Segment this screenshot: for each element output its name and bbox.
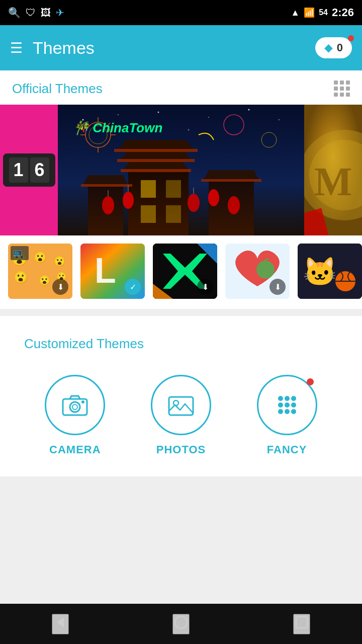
svg-rect-24	[117, 159, 195, 162]
svg-point-3	[158, 112, 159, 113]
svg-point-73	[70, 402, 80, 412]
signal-icon: 📶	[304, 7, 315, 18]
svg-rect-89	[296, 617, 307, 628]
svg-point-38	[188, 194, 200, 212]
svg-point-84	[278, 409, 283, 414]
official-themes-header: Official Themes	[0, 70, 362, 105]
fancy-icon	[274, 392, 300, 418]
svg-text:📺: 📺	[13, 248, 22, 257]
svg-rect-25	[114, 149, 198, 152]
photos-theme-button[interactable]: PHOTOS	[151, 375, 211, 456]
svg-text:😮: 😮	[13, 270, 28, 284]
fancy-theme-button[interactable]: FANCY	[257, 375, 317, 456]
customized-themes-header: Customized Themes	[12, 326, 350, 360]
colorful-theme-check-badge: ✓	[125, 279, 141, 295]
svg-text:😮: 😮	[38, 274, 51, 286]
svg-point-39	[208, 189, 219, 206]
main-content: Official Themes 1 6	[0, 70, 362, 524]
svg-point-79	[285, 396, 290, 401]
status-bar: 🔍 🛡 🖼 ✈ ▲ 📶 54 2:26	[0, 0, 362, 25]
featured-banner[interactable]: 1 6	[0, 105, 362, 235]
theme-thumbnail-neon[interactable]: ⬇	[153, 244, 217, 299]
trump-theme-download-badge: ⬇	[52, 279, 68, 295]
svg-point-5	[248, 109, 250, 111]
fancy-label: FANCY	[267, 443, 307, 456]
svg-rect-23	[121, 169, 191, 172]
home-button[interactable]	[172, 614, 190, 634]
theme-thumbnails-row: 😮 😮 😮 😮 😮 😮 📺 ⬇	[0, 235, 362, 299]
svg-rect-29	[166, 205, 181, 223]
svg-rect-35	[201, 179, 261, 182]
svg-point-6	[279, 119, 280, 120]
notification-dot	[348, 35, 354, 41]
camera-icon	[62, 394, 88, 416]
svg-point-85	[285, 409, 290, 414]
customized-themes-section: Customized Themes CAMERA	[0, 316, 362, 476]
svg-point-66	[256, 261, 275, 279]
neon-theme-download-badge: ⬇	[197, 279, 213, 295]
svg-rect-28	[141, 205, 156, 223]
svg-rect-26	[141, 180, 156, 198]
official-themes-title: Official Themes	[12, 81, 103, 97]
theme-thumbnail-heart[interactable]: ⬇	[225, 244, 290, 299]
back-button[interactable]	[52, 614, 69, 634]
app-bar: ☰ Themes ◆ 0	[0, 25, 362, 70]
svg-text:🐱: 🐱	[303, 256, 337, 288]
theme-thumbnail-trump[interactable]: 😮 😮 😮 😮 😮 😮 📺 ⬇	[8, 244, 72, 299]
svg-rect-19	[128, 170, 189, 235]
flip-clock-display: 1 6	[3, 153, 55, 187]
camera-label: CAMERA	[49, 443, 101, 456]
app-title: Themes	[33, 38, 95, 58]
theme-thumbnail-colorful[interactable]: L ✓	[80, 244, 145, 299]
svg-marker-31	[83, 175, 128, 185]
svg-point-75	[81, 400, 84, 404]
theme-thumbnail-pixel[interactable]: 🐱	[298, 244, 362, 299]
fancy-notification-dot	[307, 378, 314, 385]
svg-marker-34	[204, 170, 259, 180]
svg-rect-32	[81, 184, 132, 187]
recents-icon	[294, 615, 309, 630]
svg-text:🎋 ChinaTown: 🎋 ChinaTown	[72, 120, 162, 136]
hamburger-menu-button[interactable]: ☰	[10, 40, 23, 56]
back-icon	[53, 615, 68, 630]
recents-button[interactable]	[293, 614, 310, 634]
svg-point-88	[175, 616, 187, 628]
svg-point-77	[173, 400, 178, 406]
svg-point-86	[291, 409, 296, 414]
customized-themes-title: Customized Themes	[24, 336, 144, 352]
camera-icon-circle	[45, 375, 105, 435]
image-status-icon: 🖼	[41, 7, 51, 19]
coin-theme[interactable]: M	[304, 105, 362, 235]
svg-point-36	[102, 196, 114, 214]
flip-digit-1: 1	[9, 157, 28, 183]
svg-point-81	[278, 403, 283, 408]
chinatown-svg: 🎋 ChinaTown	[58, 105, 304, 235]
svg-text:😮: 😮	[33, 251, 47, 264]
photos-icon	[168, 394, 194, 416]
flip-clock-theme[interactable]: 1 6	[0, 105, 58, 235]
status-bar-left: 🔍 🛡 🖼 ✈	[8, 7, 64, 19]
photos-icon-circle	[151, 375, 211, 435]
custom-icons-row: CAMERA PHOTOS	[12, 375, 350, 456]
shield-icon: 🛡	[26, 7, 36, 19]
svg-point-74	[72, 405, 77, 410]
chinatown-banner-image: 🎋 ChinaTown	[58, 105, 304, 235]
bottom-navigation	[0, 604, 362, 644]
svg-point-80	[291, 396, 296, 401]
flip-digit-2: 6	[30, 157, 49, 183]
gems-badge[interactable]: ◆ 0	[315, 37, 352, 58]
send-icon: ✈	[56, 7, 64, 19]
battery-level: 54	[319, 8, 328, 17]
svg-point-78	[278, 396, 283, 401]
photos-label: PHOTOS	[156, 443, 206, 456]
svg-point-82	[285, 403, 290, 408]
app-bar-left: ☰ Themes	[10, 38, 95, 58]
camera-theme-button[interactable]: CAMERA	[45, 375, 105, 456]
svg-point-40	[228, 196, 240, 214]
chinatown-banner[interactable]: 🎋 ChinaTown	[58, 105, 304, 235]
svg-text:L: L	[95, 251, 116, 290]
svg-point-8	[188, 129, 190, 131]
official-themes-section: Official Themes 1 6	[0, 70, 362, 309]
grid-view-toggle[interactable]	[334, 80, 350, 97]
svg-rect-76	[169, 397, 193, 415]
